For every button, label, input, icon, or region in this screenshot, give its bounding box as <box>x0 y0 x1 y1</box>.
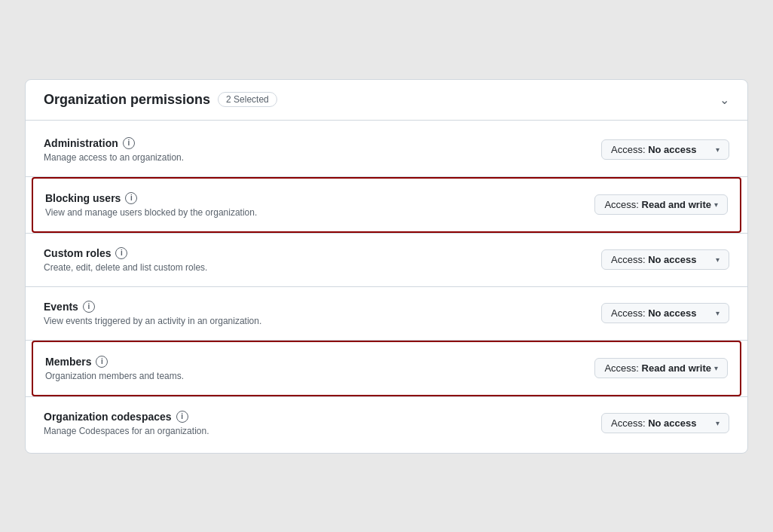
info-icon-blocking-users[interactable]: i <box>125 192 137 204</box>
permission-desc-members: Organization members and teams. <box>45 371 184 381</box>
info-icon-administration[interactable]: i <box>123 137 135 149</box>
info-icon-org-codespaces[interactable]: i <box>176 411 188 423</box>
permission-highlighted-wrapper-members: Members i Organization members and teams… <box>32 341 741 396</box>
permission-desc-events: View events triggered by an activity in … <box>44 316 261 326</box>
permission-desc-blocking-users: View and manage users blocked by the org… <box>45 207 257 218</box>
permission-info-org-codespaces: Organization codespaces i Manage Codespa… <box>44 411 209 436</box>
permission-info-members: Members i Organization members and teams… <box>45 356 184 381</box>
permission-desc-administration: Manage access to an organization. <box>44 152 184 163</box>
permission-row-blocking-users: Blocking users i View and manage users b… <box>33 179 740 231</box>
dropdown-arrow-icon: ▾ <box>716 255 720 264</box>
permission-highlighted-wrapper-blocking-users: Blocking users i View and manage users b… <box>32 177 741 233</box>
permission-desc-org-codespaces: Manage Codespaces for an organization. <box>44 426 209 436</box>
dropdown-arrow-icon: ▾ <box>716 309 720 317</box>
info-icon-custom-roles[interactable]: i <box>115 247 127 259</box>
dropdown-arrow-icon: ▾ <box>716 419 720 427</box>
permission-row-events: Events i View events triggered by an act… <box>26 287 747 341</box>
access-dropdown-events[interactable]: Access: No access ▾ <box>601 303 729 323</box>
selected-badge: 2 Selected <box>218 92 277 107</box>
permission-row-members: Members i Organization members and teams… <box>33 342 740 395</box>
permission-name-members: Members i <box>45 356 184 368</box>
header-left: Organization permissions 2 Selected <box>44 92 277 108</box>
permissions-card: Organization permissions 2 Selected ⌄ Ad… <box>25 79 748 454</box>
permission-name-blocking-users: Blocking users i <box>45 192 257 204</box>
permission-name-events: Events i <box>44 301 261 313</box>
permission-info-events: Events i View events triggered by an act… <box>44 301 261 326</box>
permission-name-administration: Administration i <box>44 137 184 149</box>
access-dropdown-org-codespaces[interactable]: Access: No access ▾ <box>601 413 729 433</box>
info-icon-members[interactable]: i <box>96 356 108 368</box>
permission-name-custom-roles: Custom roles i <box>44 247 207 259</box>
section-title: Organization permissions <box>44 92 210 108</box>
access-dropdown-members[interactable]: Access: Read and write ▾ <box>594 358 728 378</box>
access-dropdown-custom-roles[interactable]: Access: No access ▾ <box>601 249 729 270</box>
access-dropdown-administration[interactable]: Access: No access ▾ <box>601 139 729 160</box>
permission-info-custom-roles: Custom roles i Create, edit, delete and … <box>44 247 207 273</box>
permission-desc-custom-roles: Create, edit, delete and list custom rol… <box>44 262 207 273</box>
permission-name-org-codespaces: Organization codespaces i <box>44 411 209 423</box>
dropdown-arrow-icon: ▾ <box>714 200 718 209</box>
access-dropdown-blocking-users[interactable]: Access: Read and write ▾ <box>594 194 728 215</box>
chevron-down-icon[interactable]: ⌄ <box>720 93 729 107</box>
permission-info-blocking-users: Blocking users i View and manage users b… <box>45 192 257 218</box>
info-icon-events[interactable]: i <box>83 301 95 313</box>
section-header: Organization permissions 2 Selected ⌄ <box>26 80 747 121</box>
permission-row-administration: Administration i Manage access to an org… <box>26 124 747 177</box>
dropdown-arrow-icon: ▾ <box>716 145 720 154</box>
permission-row-custom-roles: Custom roles i Create, edit, delete and … <box>26 234 747 287</box>
permission-row-org-codespaces: Organization codespaces i Manage Codespa… <box>26 397 747 450</box>
dropdown-arrow-icon: ▾ <box>714 364 718 372</box>
permissions-list: Administration i Manage access to an org… <box>26 121 747 453</box>
permission-info-administration: Administration i Manage access to an org… <box>44 137 184 163</box>
